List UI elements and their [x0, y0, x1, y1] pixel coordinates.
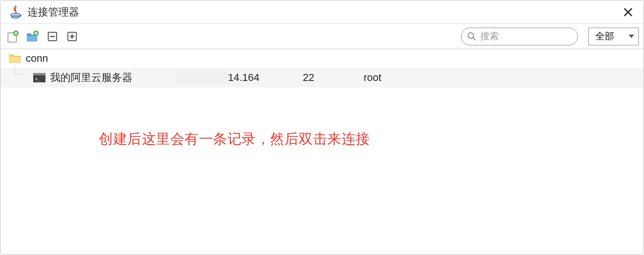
close-button[interactable] — [621, 5, 635, 19]
search-icon — [467, 32, 476, 41]
connection-user: root — [364, 72, 644, 84]
svg-rect-8 — [27, 36, 37, 41]
search-input[interactable] — [480, 31, 572, 42]
redacted-ip-prefix — [176, 70, 228, 85]
new-folder-button[interactable] — [25, 29, 41, 44]
filter-selected-label: 全部 — [595, 30, 614, 43]
filter-dropdown[interactable]: 全部 — [588, 28, 639, 45]
chevron-down-icon — [628, 34, 635, 39]
content-area: conn >_ 我的阿里云服务器 14.164 22 root 创建后这 — [0, 49, 644, 255]
window-title: 连接管理器 — [28, 5, 79, 19]
titlebar: 连接管理器 — [0, 0, 644, 24]
annotation-text: 创建后这里会有一条记录，然后双击来连接 — [99, 130, 370, 149]
connection-ip: 14.164 — [228, 72, 303, 84]
tree-connector — [0, 68, 25, 87]
connection-row[interactable]: >_ 我的阿里云服务器 14.164 22 root — [0, 68, 644, 87]
window-frame: 连接管理器 — [0, 0, 644, 255]
svg-point-17 — [468, 33, 474, 38]
expand-all-button[interactable] — [64, 29, 80, 44]
close-icon — [623, 7, 633, 17]
collapse-all-button[interactable] — [44, 29, 60, 44]
folder-row[interactable]: conn — [0, 49, 644, 68]
java-app-icon — [9, 5, 22, 20]
folder-name: conn — [26, 52, 48, 65]
svg-rect-19 — [9, 57, 21, 63]
search-box[interactable] — [461, 28, 578, 45]
toolbar: 全部 — [0, 24, 644, 49]
svg-rect-23 — [33, 73, 45, 75]
terminal-icon: >_ — [33, 73, 45, 82]
new-folder-icon — [26, 29, 40, 44]
new-file-icon — [6, 29, 20, 44]
collapse-icon — [46, 30, 59, 43]
svg-text:>_: >_ — [35, 77, 40, 81]
folder-icon — [9, 53, 21, 64]
expand-icon — [66, 30, 78, 43]
connection-port: 22 — [303, 72, 364, 84]
new-file-button[interactable] — [5, 29, 21, 44]
svg-line-18 — [473, 38, 476, 40]
